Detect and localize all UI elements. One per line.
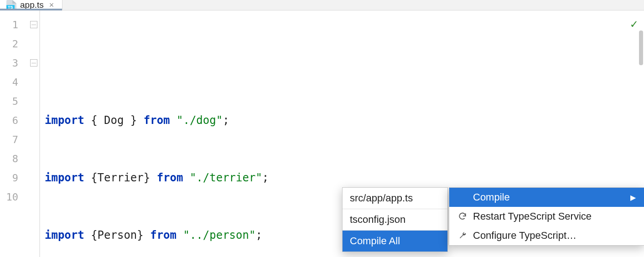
editor: 1 2 3 4 5 6 7 8 9 10 ✓ import { Dog } fr… xyxy=(0,10,644,257)
line-number[interactable]: 3 xyxy=(0,53,39,72)
compile-target-popup: src/app/app.ts tsconfig.json Compile All xyxy=(342,187,448,252)
wrench-icon xyxy=(457,231,467,241)
line-number[interactable]: 2 xyxy=(0,34,39,53)
menu-item-label: Configure TypeScript… xyxy=(473,230,576,242)
line-number[interactable]: 8 xyxy=(0,149,39,168)
blank-icon xyxy=(457,192,467,202)
ide-root: TS app.ts × 1 2 3 4 5 6 7 8 9 10 ✓ impor… xyxy=(0,0,644,257)
tab-app-ts[interactable]: TS app.ts × xyxy=(0,0,62,10)
line-number[interactable]: 4 xyxy=(0,72,39,92)
restart-ts-service-item[interactable]: Restart TypeScript Service xyxy=(449,207,644,226)
tab-bar: TS app.ts × xyxy=(0,0,644,10)
code-line: import {Terrier} from "./terrier"; xyxy=(40,168,644,187)
compile-menu-item[interactable]: Compile ▶ xyxy=(449,188,644,207)
inspection-ok-icon[interactable]: ✓ xyxy=(630,14,638,33)
line-number[interactable]: 6 xyxy=(0,111,39,130)
restart-icon xyxy=(457,211,467,221)
fold-icon[interactable] xyxy=(30,59,37,67)
configure-ts-item[interactable]: Configure TypeScript… xyxy=(449,226,644,245)
chevron-right-icon: ▶ xyxy=(630,193,636,202)
line-number[interactable]: 7 xyxy=(0,130,39,149)
fold-icon[interactable] xyxy=(30,21,37,28)
scrollbar-thumb[interactable] xyxy=(639,31,643,65)
menu-item-label: Restart TypeScript Service xyxy=(473,211,592,222)
line-number[interactable]: 9 xyxy=(0,168,39,187)
code-line: import { Dog } from "./dog"; xyxy=(40,111,644,130)
typescript-actions-popup: Compile ▶ Restart TypeScript Service Con… xyxy=(449,187,644,246)
gutter: 1 2 3 4 5 6 7 8 9 10 xyxy=(0,10,39,257)
compile-target-item[interactable]: src/app/app.ts xyxy=(343,188,447,209)
line-number[interactable]: 1 xyxy=(0,15,39,34)
line-number[interactable]: 10 xyxy=(0,187,39,206)
line-number[interactable]: 5 xyxy=(0,92,39,111)
menu-item-label: Compile xyxy=(473,191,510,203)
compile-target-item[interactable]: tsconfig.json xyxy=(343,209,447,231)
compile-all-item[interactable]: Compile All xyxy=(343,231,447,252)
